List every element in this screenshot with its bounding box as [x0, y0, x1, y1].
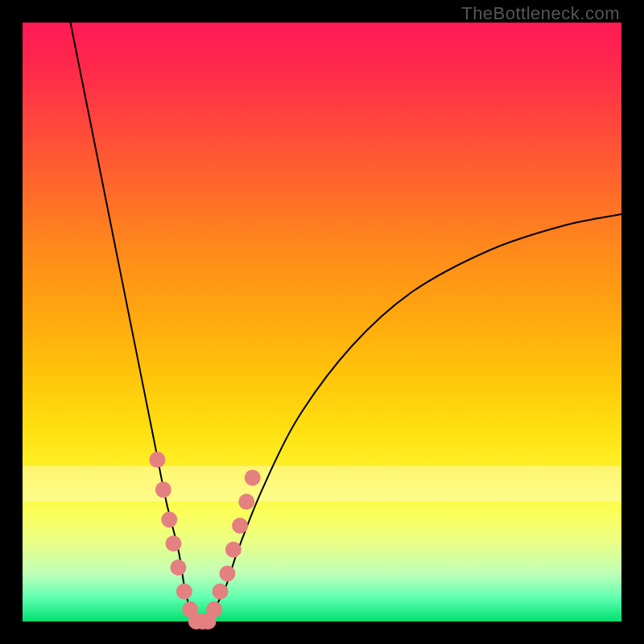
data-point: [149, 452, 165, 468]
data-point: [213, 584, 229, 600]
data-point: [206, 601, 222, 617]
plot-area: [23, 23, 621, 621]
data-point: [176, 584, 192, 600]
data-point: [232, 518, 248, 534]
data-point: [245, 469, 261, 485]
data-point: [225, 542, 242, 558]
chart-container: TheBottleneck.com: [0, 0, 644, 644]
data-point: [219, 565, 235, 581]
data-point: [155, 481, 171, 497]
attribution-label: TheBottleneck.com: [461, 3, 620, 24]
data-point: [170, 559, 186, 576]
bottleneck-curve: [71, 23, 621, 622]
curve-svg: [23, 23, 621, 621]
data-point: [238, 493, 254, 510]
data-point: [165, 535, 181, 551]
data-point: [161, 512, 177, 528]
highlighted-points: [149, 452, 260, 630]
